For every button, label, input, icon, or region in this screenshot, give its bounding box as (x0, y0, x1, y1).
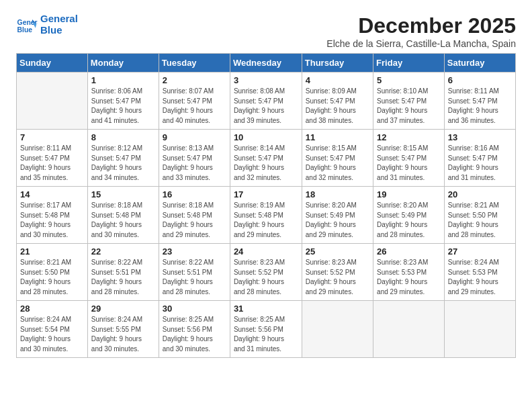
day-cell: 17Sunrise: 8:19 AM Sunset: 5:48 PM Dayli… (230, 187, 302, 244)
day-number: 20 (448, 189, 512, 199)
day-cell (17, 73, 88, 130)
day-number: 8 (91, 132, 155, 142)
week-row-2: 7Sunrise: 8:11 AM Sunset: 5:47 PM Daylig… (17, 130, 516, 187)
day-number: 28 (20, 304, 84, 314)
svg-text:Blue: Blue (17, 26, 33, 34)
day-cell: 20Sunrise: 8:21 AM Sunset: 5:50 PM Dayli… (444, 187, 515, 244)
day-info: Sunrise: 8:06 AM Sunset: 5:47 PM Dayligh… (91, 87, 155, 126)
day-info: Sunrise: 8:23 AM Sunset: 5:52 PM Dayligh… (306, 258, 369, 297)
week-row-4: 21Sunrise: 8:21 AM Sunset: 5:50 PM Dayli… (17, 244, 516, 301)
day-info: Sunrise: 8:21 AM Sunset: 5:50 PM Dayligh… (448, 201, 512, 240)
day-number: 19 (377, 189, 441, 199)
day-info: Sunrise: 8:11 AM Sunset: 5:47 PM Dayligh… (20, 144, 84, 183)
header-monday: Monday (87, 54, 159, 73)
day-info: Sunrise: 8:10 AM Sunset: 5:47 PM Dayligh… (377, 87, 441, 126)
day-cell: 27Sunrise: 8:24 AM Sunset: 5:53 PM Dayli… (444, 244, 515, 301)
day-number: 9 (163, 132, 226, 142)
day-cell: 21Sunrise: 8:21 AM Sunset: 5:50 PM Dayli… (17, 244, 88, 301)
day-number: 24 (234, 246, 298, 257)
day-number: 11 (306, 132, 369, 142)
day-cell: 9Sunrise: 8:13 AM Sunset: 5:47 PM Daylig… (159, 130, 230, 187)
day-cell: 7Sunrise: 8:11 AM Sunset: 5:47 PM Daylig… (17, 130, 88, 187)
week-row-3: 14Sunrise: 8:17 AM Sunset: 5:48 PM Dayli… (17, 187, 516, 244)
day-number: 15 (91, 189, 155, 199)
day-cell: 25Sunrise: 8:23 AM Sunset: 5:52 PM Dayli… (302, 244, 373, 301)
day-number: 17 (234, 189, 298, 199)
header-thursday: Thursday (302, 54, 373, 73)
day-cell: 22Sunrise: 8:22 AM Sunset: 5:51 PM Dayli… (87, 244, 159, 301)
calendar-header-row: SundayMondayTuesdayWednesdayThursdayFrid… (17, 54, 516, 73)
day-cell (302, 301, 373, 358)
title-area: December 2025 Elche de la Sierra, Castil… (326, 13, 516, 49)
day-number: 21 (20, 246, 84, 257)
day-cell: 19Sunrise: 8:20 AM Sunset: 5:49 PM Dayli… (373, 187, 445, 244)
day-number: 2 (163, 75, 226, 85)
header-saturday: Saturday (444, 54, 515, 73)
day-cell: 16Sunrise: 8:18 AM Sunset: 5:48 PM Dayli… (159, 187, 230, 244)
header-tuesday: Tuesday (159, 54, 230, 73)
day-cell: 11Sunrise: 8:15 AM Sunset: 5:47 PM Dayli… (302, 130, 373, 187)
day-number: 31 (234, 304, 298, 314)
day-cell: 8Sunrise: 8:12 AM Sunset: 5:47 PM Daylig… (87, 130, 159, 187)
day-cell: 18Sunrise: 8:20 AM Sunset: 5:49 PM Dayli… (302, 187, 373, 244)
day-cell (444, 301, 515, 358)
day-info: Sunrise: 8:11 AM Sunset: 5:47 PM Dayligh… (448, 87, 512, 126)
day-info: Sunrise: 8:20 AM Sunset: 5:49 PM Dayligh… (377, 201, 441, 240)
day-info: Sunrise: 8:18 AM Sunset: 5:48 PM Dayligh… (163, 201, 226, 240)
day-number: 27 (448, 246, 512, 257)
day-cell: 31Sunrise: 8:25 AM Sunset: 5:56 PM Dayli… (230, 301, 302, 358)
day-cell: 1Sunrise: 8:06 AM Sunset: 5:47 PM Daylig… (87, 73, 159, 130)
page-header: General Blue General Blue December 2025 … (16, 13, 516, 49)
day-cell (373, 301, 445, 358)
day-info: Sunrise: 8:22 AM Sunset: 5:51 PM Dayligh… (91, 258, 155, 297)
calendar-subtitle: Elche de la Sierra, Castille-La Mancha, … (326, 38, 516, 49)
day-cell: 29Sunrise: 8:24 AM Sunset: 5:55 PM Dayli… (87, 301, 159, 358)
day-info: Sunrise: 8:25 AM Sunset: 5:56 PM Dayligh… (234, 315, 298, 354)
day-cell: 6Sunrise: 8:11 AM Sunset: 5:47 PM Daylig… (444, 73, 515, 130)
logo-line1: General (40, 13, 78, 25)
day-cell: 3Sunrise: 8:08 AM Sunset: 5:47 PM Daylig… (230, 73, 302, 130)
day-info: Sunrise: 8:24 AM Sunset: 5:55 PM Dayligh… (91, 315, 155, 354)
day-info: Sunrise: 8:15 AM Sunset: 5:47 PM Dayligh… (306, 144, 369, 183)
day-cell: 12Sunrise: 8:15 AM Sunset: 5:47 PM Dayli… (373, 130, 445, 187)
day-info: Sunrise: 8:08 AM Sunset: 5:47 PM Dayligh… (234, 87, 298, 126)
day-info: Sunrise: 8:16 AM Sunset: 5:47 PM Dayligh… (448, 144, 512, 183)
day-number: 7 (20, 132, 84, 142)
day-info: Sunrise: 8:19 AM Sunset: 5:48 PM Dayligh… (234, 201, 298, 240)
day-info: Sunrise: 8:09 AM Sunset: 5:47 PM Dayligh… (306, 87, 369, 126)
day-number: 29 (91, 304, 155, 314)
day-number: 26 (377, 246, 441, 257)
day-cell: 5Sunrise: 8:10 AM Sunset: 5:47 PM Daylig… (373, 73, 445, 130)
day-info: Sunrise: 8:21 AM Sunset: 5:50 PM Dayligh… (20, 258, 84, 297)
day-number: 16 (163, 189, 226, 199)
day-number: 1 (91, 75, 155, 85)
calendar-table: SundayMondayTuesdayWednesdayThursdayFrid… (16, 53, 516, 358)
day-number: 5 (377, 75, 441, 85)
day-info: Sunrise: 8:24 AM Sunset: 5:53 PM Dayligh… (448, 258, 512, 297)
header-wednesday: Wednesday (230, 54, 302, 73)
logo: General Blue General Blue (16, 13, 78, 36)
day-info: Sunrise: 8:14 AM Sunset: 5:47 PM Dayligh… (234, 144, 298, 183)
day-cell: 2Sunrise: 8:07 AM Sunset: 5:47 PM Daylig… (159, 73, 230, 130)
day-number: 4 (306, 75, 369, 85)
logo-line2: Blue (40, 25, 78, 36)
day-info: Sunrise: 8:23 AM Sunset: 5:53 PM Dayligh… (377, 258, 441, 297)
day-info: Sunrise: 8:22 AM Sunset: 5:51 PM Dayligh… (163, 258, 226, 297)
day-number: 18 (306, 189, 369, 199)
day-info: Sunrise: 8:25 AM Sunset: 5:56 PM Dayligh… (163, 315, 226, 354)
day-number: 6 (448, 75, 512, 85)
header-sunday: Sunday (17, 54, 88, 73)
day-number: 22 (91, 246, 155, 257)
logo-icon: General Blue (16, 14, 38, 36)
day-cell: 26Sunrise: 8:23 AM Sunset: 5:53 PM Dayli… (373, 244, 445, 301)
week-row-1: 1Sunrise: 8:06 AM Sunset: 5:47 PM Daylig… (17, 73, 516, 130)
week-row-5: 28Sunrise: 8:24 AM Sunset: 5:54 PM Dayli… (17, 301, 516, 358)
day-info: Sunrise: 8:24 AM Sunset: 5:54 PM Dayligh… (20, 315, 84, 354)
day-cell: 23Sunrise: 8:22 AM Sunset: 5:51 PM Dayli… (159, 244, 230, 301)
day-number: 25 (306, 246, 369, 257)
day-cell: 24Sunrise: 8:23 AM Sunset: 5:52 PM Dayli… (230, 244, 302, 301)
day-cell: 28Sunrise: 8:24 AM Sunset: 5:54 PM Dayli… (17, 301, 88, 358)
day-number: 3 (234, 75, 298, 85)
day-number: 23 (163, 246, 226, 257)
day-info: Sunrise: 8:13 AM Sunset: 5:47 PM Dayligh… (163, 144, 226, 183)
